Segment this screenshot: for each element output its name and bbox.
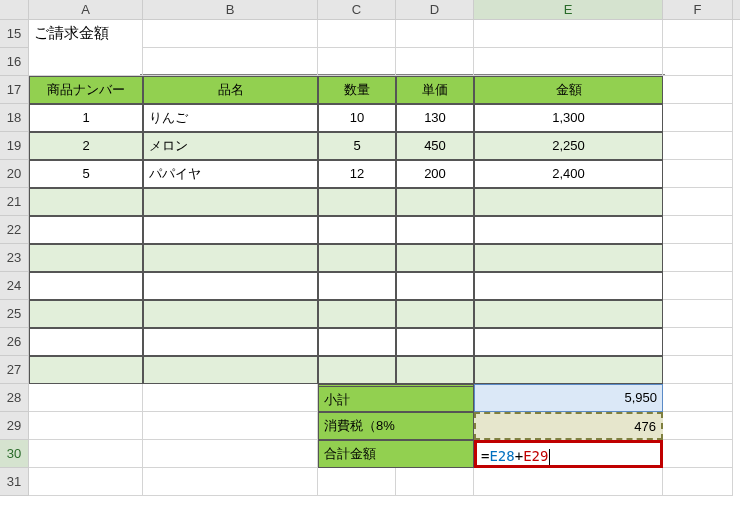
item-amount[interactable] bbox=[474, 244, 663, 272]
item-price[interactable] bbox=[396, 216, 474, 244]
item-no[interactable] bbox=[29, 244, 143, 272]
cell[interactable] bbox=[663, 384, 733, 412]
item-name[interactable]: メロン bbox=[143, 132, 318, 160]
cell[interactable] bbox=[663, 328, 733, 356]
cell[interactable] bbox=[663, 440, 733, 468]
cell[interactable] bbox=[143, 440, 318, 468]
item-no[interactable] bbox=[29, 216, 143, 244]
cell[interactable] bbox=[143, 20, 318, 48]
item-price[interactable]: 450 bbox=[396, 132, 474, 160]
item-price[interactable] bbox=[396, 328, 474, 356]
tax-value[interactable]: 476 bbox=[474, 412, 663, 440]
item-amount[interactable] bbox=[474, 188, 663, 216]
row-header-24[interactable]: 24 bbox=[0, 272, 29, 300]
subtotal-value[interactable]: 5,950 bbox=[474, 384, 663, 412]
cell[interactable] bbox=[143, 48, 318, 76]
cell[interactable] bbox=[318, 48, 396, 76]
item-price[interactable] bbox=[396, 244, 474, 272]
cell[interactable] bbox=[29, 412, 143, 440]
item-no[interactable] bbox=[29, 272, 143, 300]
item-price[interactable] bbox=[396, 300, 474, 328]
item-amount[interactable]: 2,250 bbox=[474, 132, 663, 160]
row-header-20[interactable]: 20 bbox=[0, 160, 29, 188]
row-header-25[interactable]: 25 bbox=[0, 300, 29, 328]
item-amount[interactable]: 1,300 bbox=[474, 104, 663, 132]
row-header-15[interactable]: 15 bbox=[0, 20, 29, 48]
cell[interactable] bbox=[663, 20, 733, 48]
cell[interactable] bbox=[474, 468, 663, 496]
item-name[interactable]: パパイヤ bbox=[143, 160, 318, 188]
item-qty[interactable] bbox=[318, 216, 396, 244]
item-qty[interactable]: 12 bbox=[318, 160, 396, 188]
col-header-E[interactable]: E bbox=[474, 0, 663, 19]
col-header-D[interactable]: D bbox=[396, 0, 474, 19]
col-header-C[interactable]: C bbox=[318, 0, 396, 19]
item-qty[interactable] bbox=[318, 188, 396, 216]
cell[interactable] bbox=[29, 468, 143, 496]
cell[interactable] bbox=[663, 356, 733, 384]
cell[interactable] bbox=[663, 132, 733, 160]
item-amount[interactable] bbox=[474, 356, 663, 384]
item-qty[interactable] bbox=[318, 356, 396, 384]
row-header-23[interactable]: 23 bbox=[0, 244, 29, 272]
item-name[interactable] bbox=[143, 356, 318, 384]
item-no[interactable]: 5 bbox=[29, 160, 143, 188]
row-header-19[interactable]: 19 bbox=[0, 132, 29, 160]
item-name[interactable] bbox=[143, 188, 318, 216]
item-amount[interactable]: 2,400 bbox=[474, 160, 663, 188]
item-no[interactable] bbox=[29, 300, 143, 328]
cell[interactable] bbox=[663, 48, 733, 76]
row-header-16[interactable]: 16 bbox=[0, 48, 29, 76]
col-header-B[interactable]: B bbox=[143, 0, 318, 19]
cell[interactable] bbox=[663, 300, 733, 328]
item-name[interactable] bbox=[143, 244, 318, 272]
item-qty[interactable] bbox=[318, 244, 396, 272]
row-header-29[interactable]: 29 bbox=[0, 412, 29, 440]
cell[interactable] bbox=[396, 468, 474, 496]
item-no[interactable] bbox=[29, 328, 143, 356]
spreadsheet[interactable]: A B C D E F 1516171819202122232425262728… bbox=[0, 0, 740, 509]
item-no[interactable]: 2 bbox=[29, 132, 143, 160]
item-qty[interactable] bbox=[318, 328, 396, 356]
item-amount[interactable] bbox=[474, 328, 663, 356]
item-price[interactable] bbox=[396, 188, 474, 216]
item-name[interactable] bbox=[143, 300, 318, 328]
item-name[interactable] bbox=[143, 216, 318, 244]
item-price[interactable] bbox=[396, 272, 474, 300]
cell[interactable] bbox=[29, 48, 143, 76]
item-price[interactable]: 130 bbox=[396, 104, 474, 132]
item-qty[interactable]: 10 bbox=[318, 104, 396, 132]
cell[interactable] bbox=[318, 20, 396, 48]
total-formula-cell[interactable]: =E28+E29 bbox=[474, 440, 663, 468]
item-name[interactable]: りんご bbox=[143, 104, 318, 132]
grid[interactable]: ご請求金額商品ナンバー品名数量単価金額1りんご101301,3002メロン545… bbox=[29, 20, 733, 496]
row-header-18[interactable]: 18 bbox=[0, 104, 29, 132]
cell[interactable] bbox=[143, 384, 318, 412]
cell[interactable] bbox=[663, 76, 733, 104]
item-amount[interactable] bbox=[474, 216, 663, 244]
item-amount[interactable] bbox=[474, 300, 663, 328]
col-header-A[interactable]: A bbox=[29, 0, 143, 19]
item-no[interactable] bbox=[29, 356, 143, 384]
item-qty[interactable] bbox=[318, 300, 396, 328]
row-header-30[interactable]: 30 bbox=[0, 440, 29, 468]
cell[interactable] bbox=[396, 20, 474, 48]
cell[interactable] bbox=[663, 160, 733, 188]
cell[interactable] bbox=[143, 468, 318, 496]
cell[interactable] bbox=[663, 468, 733, 496]
cell[interactable] bbox=[663, 244, 733, 272]
item-amount[interactable] bbox=[474, 272, 663, 300]
item-no[interactable] bbox=[29, 188, 143, 216]
item-name[interactable] bbox=[143, 328, 318, 356]
col-header-F[interactable]: F bbox=[663, 0, 733, 19]
item-price[interactable]: 200 bbox=[396, 160, 474, 188]
row-header-31[interactable]: 31 bbox=[0, 468, 29, 496]
item-no[interactable]: 1 bbox=[29, 104, 143, 132]
cell[interactable] bbox=[29, 440, 143, 468]
cell[interactable] bbox=[143, 412, 318, 440]
cell[interactable] bbox=[663, 412, 733, 440]
cell[interactable] bbox=[396, 48, 474, 76]
row-header-27[interactable]: 27 bbox=[0, 356, 29, 384]
cell[interactable] bbox=[474, 48, 663, 76]
item-price[interactable] bbox=[396, 356, 474, 384]
